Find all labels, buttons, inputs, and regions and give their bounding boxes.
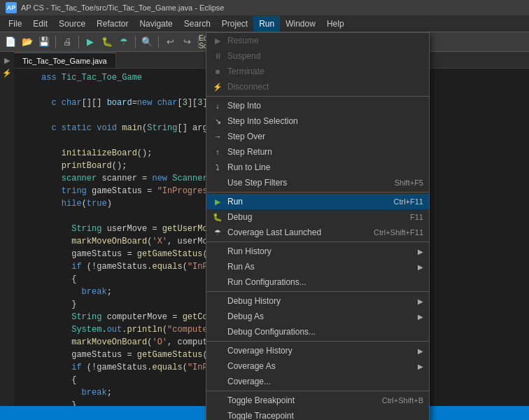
step-over-label: Step Over	[227, 132, 423, 141]
menu-disconnect[interactable]: ⚡ Disconnect	[206, 79, 429, 94]
step-into-label: Step Into	[227, 101, 423, 111]
menu-coverage-as[interactable]: Coverage As ▶	[206, 358, 429, 374]
menu-run-to-line[interactable]: ⤵ Run to Line	[206, 160, 429, 175]
menu-sep-3	[206, 241, 429, 242]
run-as-icon	[212, 261, 223, 272]
debug-as-label: Debug As	[227, 312, 415, 321]
menu-sep-1	[206, 96, 429, 97]
toggle-tracepoint-label: Toggle Tracepoint	[227, 411, 423, 420]
debug-button[interactable]: 🐛	[99, 34, 115, 50]
run-history-arrow: ▶	[418, 248, 423, 255]
toggle-tracepoint-icon	[212, 410, 223, 420]
menu-debug-history[interactable]: Debug History ▶	[206, 293, 429, 309]
menu-sep-6	[206, 391, 429, 391]
coverage-label: Coverage...	[227, 377, 423, 386]
menu-run-configurations[interactable]: Run Configurations...	[206, 274, 429, 290]
menu-toggle-breakpoint[interactable]: Toggle Breakpoint Ctrl+Shift+B	[206, 393, 429, 408]
menu-sep-4	[206, 291, 429, 292]
menu-sep-5	[206, 341, 429, 342]
toolbar-sep-4	[158, 36, 159, 48]
coverage-as-label: Coverage As	[227, 361, 415, 371]
menu-debug-configurations[interactable]: Debug Configurations...	[206, 324, 429, 340]
suspend-icon: ⏸	[212, 50, 223, 62]
menu-run-as[interactable]: Run As ▶	[206, 259, 429, 274]
menu-suspend[interactable]: ⏸ Suspend	[206, 48, 429, 64]
menu-run[interactable]: ▶ Run Ctrl+F11	[206, 194, 429, 209]
menu-refactor[interactable]: Refactor	[91, 16, 134, 31]
menu-file[interactable]: File	[3, 16, 27, 31]
step-filters-icon	[212, 177, 223, 188]
menu-search[interactable]: Search	[178, 16, 216, 31]
disconnect-icon: ⚡	[212, 81, 223, 92]
toggle-breakpoint-icon	[212, 395, 223, 406]
step-into-selection-label: Step Into Selection	[227, 116, 423, 126]
debug-configurations-icon	[212, 326, 223, 337]
undo-button[interactable]: ↩	[162, 34, 178, 50]
coverage-history-arrow: ▶	[418, 347, 423, 355]
menu-sep-2	[206, 192, 429, 192]
toolbar-sep-1	[55, 36, 56, 48]
menu-help[interactable]: Help	[321, 16, 350, 31]
menu-run-history[interactable]: Run History ▶	[206, 244, 429, 259]
run-as-arrow: ▶	[418, 263, 423, 271]
menu-step-return[interactable]: ↑ Step Return	[206, 144, 429, 160]
menu-project[interactable]: Project	[216, 16, 253, 31]
toolbar-sep-3	[135, 36, 136, 48]
sidebar-icon-1: ▶	[1, 55, 13, 66]
run-as-label: Run As	[227, 262, 415, 272]
debug-as-icon	[212, 311, 223, 322]
coverage-as-icon	[212, 360, 223, 372]
use-step-filters-shortcut: Shift+F5	[395, 178, 423, 187]
menu-debug-as[interactable]: Debug As ▶	[206, 309, 429, 324]
window-title: AP CS - Tic_Tac_Toe/src/Tic_Tac_Toe_Game…	[21, 4, 224, 12]
run-configurations-icon	[212, 276, 223, 288]
run-button[interactable]: ▶	[83, 34, 98, 50]
menu-source[interactable]: Source	[53, 16, 91, 31]
menu-terminate[interactable]: ■ Terminate	[206, 64, 429, 79]
menu-edit[interactable]: Edit	[27, 16, 53, 31]
coverage-button[interactable]: ☂	[116, 34, 132, 50]
menu-navigate[interactable]: Navigate	[134, 16, 178, 31]
menu-step-over[interactable]: → Step Over	[206, 129, 429, 144]
debug-shortcut: F11	[410, 213, 423, 221]
toolbar-sep-2	[78, 36, 79, 48]
debug-history-arrow: ▶	[418, 298, 423, 305]
menu-use-step-filters[interactable]: Use Step Filters Shift+F5	[206, 175, 429, 190]
open-button[interactable]: 📂	[20, 34, 35, 50]
menu-window[interactable]: Window	[280, 16, 321, 31]
title-bar: AP AP CS - Tic_Tac_Toe/src/Tic_Tac_Toe_G…	[0, 0, 529, 15]
run-history-label: Run History	[227, 246, 415, 256]
step-into-icon: ↓	[212, 100, 223, 111]
step-into-selection-icon: ↘	[212, 115, 223, 127]
toggle-breakpoint-shortcut: Ctrl+Shift+B	[382, 396, 423, 405]
menu-step-into-selection[interactable]: ↘ Step Into Selection	[206, 113, 429, 129]
run-shortcut: Ctrl+F11	[394, 197, 424, 206]
run-label: Run	[227, 197, 383, 206]
save-button[interactable]: 💾	[36, 34, 52, 50]
print-button[interactable]: 🖨	[59, 34, 75, 50]
coverage-last-shortcut: Ctrl+Shift+F11	[374, 228, 423, 237]
resume-icon: ▶	[212, 35, 223, 46]
menu-run[interactable]: Run	[253, 16, 280, 31]
terminate-icon: ■	[212, 66, 223, 77]
redo-button[interactable]: ↪	[179, 34, 195, 50]
run-icon: ▶	[212, 196, 223, 207]
menu-resume[interactable]: ▶ Resume	[206, 33, 429, 48]
menu-debug[interactable]: 🐛 Debug F11	[206, 209, 429, 225]
editor-tab-main[interactable]: Tic_Tac_Toe_Game.java	[14, 52, 116, 68]
menu-coverage-last-launched[interactable]: ☂ Coverage Last Launched Ctrl+Shift+F11	[206, 225, 429, 240]
debug-configurations-label: Debug Configurations...	[227, 327, 423, 337]
debug-history-label: Debug History	[227, 296, 415, 306]
run-to-line-label: Run to Line	[227, 162, 423, 172]
run-to-line-icon: ⤵	[212, 162, 223, 173]
coverage-as-arrow: ▶	[418, 363, 423, 370]
menu-coverage-history[interactable]: Coverage History ▶	[206, 343, 429, 358]
new-button[interactable]: 📄	[3, 34, 18, 50]
disconnect-label: Disconnect	[227, 82, 423, 92]
menu-toggle-tracepoint[interactable]: Toggle Tracepoint	[206, 408, 429, 420]
suspend-label: Suspend	[227, 51, 423, 61]
menu-coverage[interactable]: Coverage...	[206, 374, 429, 389]
menu-step-into[interactable]: ↓ Step Into	[206, 98, 429, 113]
terminate-label: Terminate	[227, 66, 423, 76]
search-icon[interactable]: 🔍	[139, 34, 155, 50]
